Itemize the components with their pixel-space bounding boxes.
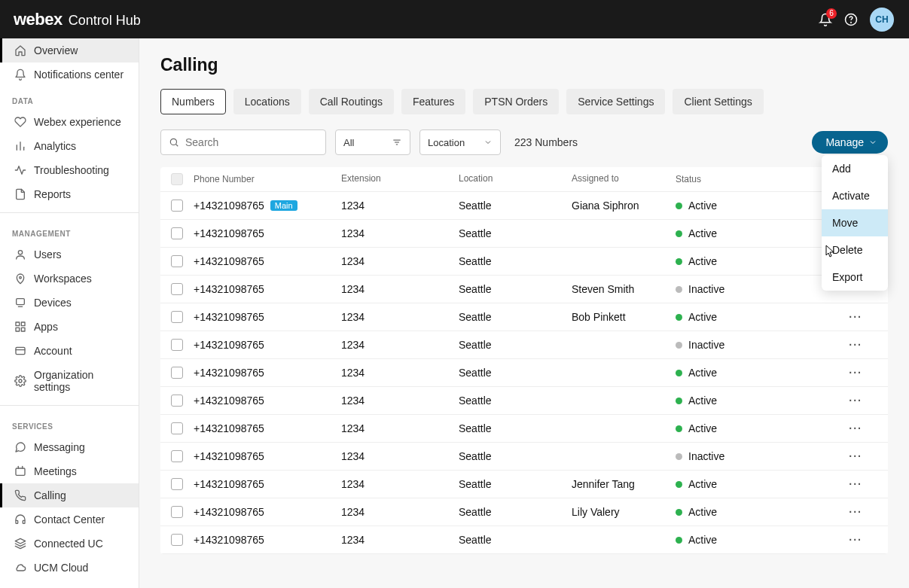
sidebar-item-calling[interactable]: Calling	[0, 483, 139, 507]
select-all-checkbox[interactable]	[171, 173, 183, 185]
tab-features[interactable]: Features	[401, 89, 465, 114]
status-text: Active	[688, 311, 717, 323]
menu-item-move[interactable]: Move	[822, 209, 888, 236]
status-dot	[676, 314, 682, 321]
sidebar-item-meetings[interactable]: Meetings	[0, 459, 139, 483]
sidebar-item-organization-settings[interactable]: Organization settings	[0, 363, 139, 399]
sidebar-item-overview[interactable]: Overview	[0, 38, 139, 62]
pin-icon	[14, 273, 26, 285]
avatar[interactable]: CH	[870, 8, 894, 32]
table-row[interactable]: +143210987651234SeattleActive···	[160, 359, 888, 387]
location: Seattle	[459, 506, 572, 518]
row-checkbox[interactable]	[171, 450, 183, 462]
row-actions-button[interactable]: ···	[849, 534, 862, 546]
sidebar-item-ucm-cloud[interactable]: UCM Cloud	[0, 556, 139, 580]
svg-point-22	[170, 139, 176, 145]
row-actions-button[interactable]: ···	[849, 478, 862, 490]
sidebar-item-workspaces[interactable]: Workspaces	[0, 267, 139, 291]
search-input[interactable]	[185, 136, 318, 148]
col-status[interactable]: Status	[676, 173, 826, 185]
table-row[interactable]: +143210987651234SeattleActive···	[160, 387, 888, 415]
col-location[interactable]: Location	[459, 173, 572, 185]
col-extension[interactable]: Extension	[341, 173, 459, 185]
table-row[interactable]: +143210987651234SeattleBob PinkettActive…	[160, 303, 888, 331]
row-checkbox[interactable]	[171, 311, 183, 323]
sidebar-item-label: Meetings	[34, 465, 77, 477]
table-row[interactable]: +143210987651234SeattleInactive···	[160, 331, 888, 359]
status-text: Active	[688, 367, 717, 379]
row-checkbox[interactable]	[171, 506, 183, 518]
menu-item-activate[interactable]: Activate	[822, 182, 888, 209]
sidebar-item-messaging[interactable]: Messaging	[0, 435, 139, 459]
tab-service-settings[interactable]: Service Settings	[566, 89, 665, 114]
table-row[interactable]: +143210987651234SeattleSteven SmithInact…	[160, 276, 888, 303]
filter-location[interactable]: Location	[419, 129, 501, 155]
stack-icon	[14, 538, 26, 550]
filter-all[interactable]: All	[335, 129, 410, 155]
table-row[interactable]: +143210987651234SeattleActive···	[160, 220, 888, 248]
help-button[interactable]	[844, 13, 858, 26]
menu-item-add[interactable]: Add	[822, 155, 888, 182]
svg-rect-19	[16, 520, 18, 523]
table-row[interactable]: +143210987651234SeattleInactive···	[160, 443, 888, 471]
sidebar-item-users[interactable]: Users	[0, 242, 139, 267]
results-count: 223 Numbers	[514, 136, 578, 148]
row-checkbox[interactable]	[171, 395, 183, 407]
tab-ptsn-orders[interactable]: PTSN Orders	[473, 89, 559, 114]
row-checkbox[interactable]	[171, 478, 183, 490]
sidebar-separator	[0, 212, 139, 213]
phone-number: +14321098765	[194, 450, 264, 462]
row-checkbox[interactable]	[171, 367, 183, 379]
row-checkbox[interactable]	[171, 422, 183, 434]
row-checkbox[interactable]	[171, 255, 183, 267]
sidebar-item-contact-center[interactable]: Contact Center	[0, 507, 139, 532]
row-actions-button[interactable]: ···	[849, 422, 862, 434]
menu-item-export[interactable]: Export	[822, 264, 888, 291]
row-checkbox[interactable]	[171, 534, 183, 546]
status-text: Active	[688, 422, 717, 434]
table-row[interactable]: +143210987651234SeattleLily ValeryActive…	[160, 498, 888, 526]
location: Seattle	[459, 283, 572, 295]
table-row[interactable]: +14321098765Main1234SeattleGiana Siphron…	[160, 192, 888, 220]
phone-number: +14321098765	[194, 283, 264, 295]
row-actions-button[interactable]: ···	[849, 311, 862, 323]
sidebar-item-reports[interactable]: Reports	[0, 182, 139, 206]
row-actions-button[interactable]: ···	[849, 367, 862, 379]
row-actions-button[interactable]: ···	[849, 506, 862, 518]
row-checkbox[interactable]	[171, 227, 183, 239]
row-checkbox[interactable]	[171, 283, 183, 295]
sidebar-item-devices[interactable]: Devices	[0, 291, 139, 315]
table-row[interactable]: +143210987651234SeattleActive···	[160, 526, 888, 554]
sidebar-item-troubleshooting[interactable]: Troubleshooting	[0, 158, 139, 182]
notifications-button[interactable]: 6	[819, 13, 832, 26]
row-checkbox[interactable]	[171, 339, 183, 351]
extension: 1234	[341, 339, 459, 351]
tab-locations[interactable]: Locations	[233, 89, 301, 114]
status-text: Active	[688, 478, 717, 490]
sidebar-item-apps[interactable]: Apps	[0, 315, 139, 339]
sidebar-item-account[interactable]: Account	[0, 339, 139, 363]
table-row[interactable]: +143210987651234SeattleJennifer TangActi…	[160, 471, 888, 498]
col-assigned[interactable]: Assigned to	[572, 173, 676, 185]
tab-numbers[interactable]: Numbers	[160, 89, 226, 114]
table-row[interactable]: +143210987651234SeattleActive···	[160, 415, 888, 443]
row-actions-button[interactable]: ···	[849, 450, 862, 462]
tab-client-settings[interactable]: Client Settings	[673, 89, 763, 114]
sidebar-item-analytics[interactable]: Analytics	[0, 134, 139, 158]
sidebar-item-connected-uc[interactable]: Connected UC	[0, 532, 139, 556]
tab-call-routings[interactable]: Call Routings	[309, 89, 394, 114]
search-box[interactable]	[160, 129, 326, 155]
sidebar-item-notifications-center[interactable]: Notifications center	[0, 62, 139, 87]
row-actions-button[interactable]: ···	[849, 339, 862, 351]
brand-subtitle: Control Hub	[69, 13, 141, 29]
sidebar-item-label: Analytics	[34, 140, 76, 152]
row-checkbox[interactable]	[171, 200, 183, 212]
phone-number: +14321098765	[194, 311, 264, 323]
col-phone[interactable]: Phone Number	[194, 173, 341, 185]
status-dot	[676, 230, 682, 237]
row-actions-button[interactable]: ···	[849, 395, 862, 407]
sidebar-item-webex-experience[interactable]: Webex experience	[0, 110, 139, 134]
table-row[interactable]: +143210987651234SeattleActive···	[160, 248, 888, 276]
menu-item-delete[interactable]: Delete	[822, 236, 888, 264]
manage-button[interactable]: Manage	[812, 131, 888, 154]
